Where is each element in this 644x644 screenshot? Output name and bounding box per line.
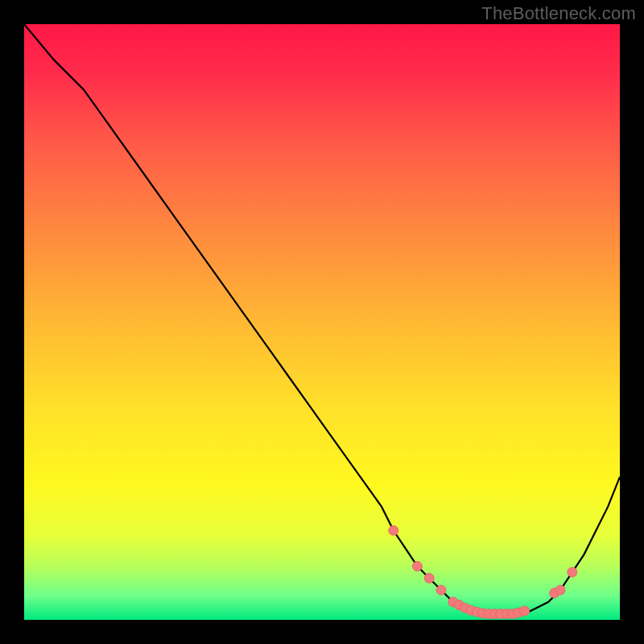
marker-point bbox=[436, 585, 446, 595]
marker-point bbox=[520, 606, 530, 616]
marker-point bbox=[568, 568, 577, 577]
marker-point bbox=[555, 585, 565, 595]
marker-group bbox=[389, 526, 577, 619]
chart-frame: TheBottleneck.com bbox=[0, 0, 644, 644]
chart-svg bbox=[24, 24, 620, 620]
marker-point bbox=[424, 573, 434, 583]
bottleneck-curve bbox=[24, 24, 620, 614]
marker-point bbox=[412, 561, 422, 571]
plot-area bbox=[24, 24, 620, 620]
marker-point bbox=[389, 526, 398, 535]
watermark-text: TheBottleneck.com bbox=[481, 3, 636, 24]
